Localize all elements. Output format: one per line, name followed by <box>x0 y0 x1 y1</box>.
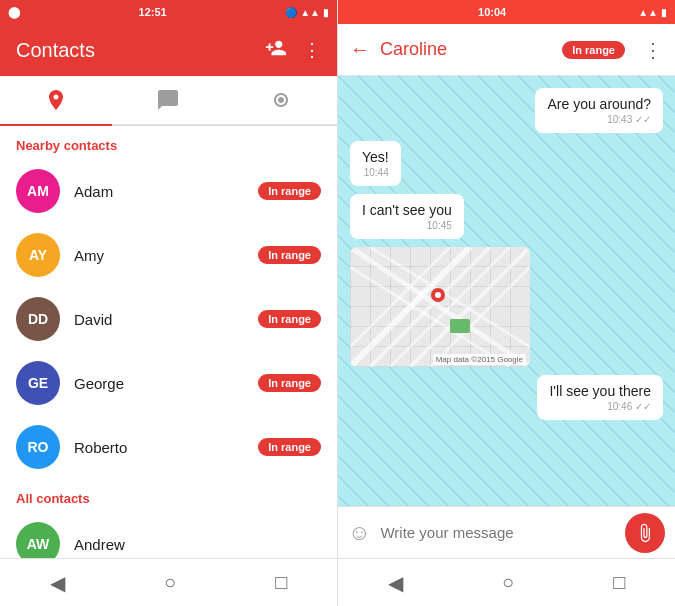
svg-rect-9 <box>450 319 470 333</box>
chat-more-icon[interactable]: ⋮ <box>643 38 663 62</box>
badge-roberto: In range <box>258 438 321 456</box>
contact-george[interactable]: GE George In range <box>0 351 337 415</box>
avatar-david: DD <box>16 297 60 341</box>
signal-icon: ▲▲ <box>300 7 320 18</box>
notification-dot: ⬤ <box>8 6 20 19</box>
message-time-2: 10:44 <box>362 167 389 178</box>
recents-nav-btn[interactable]: □ <box>275 571 287 594</box>
contacts-title: Contacts <box>16 39 95 62</box>
left-bottom-nav: ◀ ○ □ <box>0 558 337 606</box>
status-left: ⬤ <box>8 6 20 19</box>
message-2: Yes! 10:44 <box>350 141 401 186</box>
battery-icon: ▮ <box>323 7 329 18</box>
right-home-nav[interactable]: ○ <box>502 571 514 594</box>
avatar-adam: AM <box>16 169 60 213</box>
contact-name-george: George <box>74 375 244 392</box>
avatar-andrew: AW <box>16 522 60 558</box>
badge-adam: In range <box>258 182 321 200</box>
tabs-bar <box>0 76 337 126</box>
message-time-1: 10:43 ✓✓ <box>547 114 651 125</box>
svg-point-11 <box>435 292 441 298</box>
nearby-section-header: Nearby contacts <box>0 126 337 159</box>
add-contact-icon[interactable] <box>265 37 287 64</box>
right-signal-icon: ▲▲ <box>638 7 658 18</box>
badge-david: In range <box>258 310 321 328</box>
right-recents-nav[interactable]: □ <box>613 571 625 594</box>
right-status-bar: 10:04 ▲▲ ▮ <box>338 0 675 24</box>
contact-name-andrew: Andrew <box>74 536 321 553</box>
back-nav-btn[interactable]: ◀ <box>50 571 65 595</box>
svg-line-7 <box>350 267 510 367</box>
chat-toolbar: ← Caroline In range ⋮ <box>338 24 675 76</box>
toolbar-in-range-badge: In range <box>562 41 625 59</box>
tab-chat[interactable] <box>112 76 224 124</box>
contact-adam[interactable]: AM Adam In range <box>0 159 337 223</box>
right-battery-icon: ▮ <box>661 7 667 18</box>
message-text-5: I'll see you there <box>549 383 651 399</box>
avatar-amy: AY <box>16 233 60 277</box>
right-panel: 10:04 ▲▲ ▮ ← Caroline In range ⋮ Are you… <box>338 0 675 606</box>
tab-nearby[interactable] <box>0 76 112 124</box>
chat-contact-name: Caroline <box>380 39 552 60</box>
contacts-list: Nearby contacts AM Adam In range AY Amy … <box>0 126 337 558</box>
bluetooth-icon: 🔵 <box>285 7 297 18</box>
contact-name-david: David <box>74 311 244 328</box>
message-1: Are you around? 10:43 ✓✓ <box>535 88 663 133</box>
svg-line-6 <box>350 247 530 367</box>
message-time-3: 10:45 <box>362 220 452 231</box>
left-time: 12:51 <box>139 6 167 18</box>
badge-amy: In range <box>258 246 321 264</box>
back-arrow-icon[interactable]: ← <box>350 38 370 61</box>
attach-button[interactable] <box>625 513 665 553</box>
contact-name-roberto: Roberto <box>74 439 244 456</box>
all-section-header: All contacts <box>0 479 337 512</box>
tab-broadcast[interactable] <box>225 76 337 124</box>
message-text-2: Yes! <box>362 149 389 165</box>
map-message[interactable]: Map data ©2015 Google <box>350 247 530 367</box>
more-icon[interactable]: ⋮ <box>303 39 321 61</box>
svg-line-8 <box>370 247 530 347</box>
contact-roberto[interactable]: RO Roberto In range <box>0 415 337 479</box>
left-panel: ⬤ 12:51 🔵 ▲▲ ▮ Contacts ⋮ Nearby c <box>0 0 338 606</box>
toolbar-icons: ⋮ <box>265 37 321 64</box>
emoji-button[interactable]: ☺ <box>348 520 370 546</box>
contact-amy[interactable]: AY Amy In range <box>0 223 337 287</box>
right-bottom-nav: ◀ ○ □ <box>338 558 675 606</box>
message-text-1: Are you around? <box>547 96 651 112</box>
contact-andrew[interactable]: AW Andrew <box>0 512 337 558</box>
badge-george: In range <box>258 374 321 392</box>
message-text-3: I can't see you <box>362 202 452 218</box>
message-3: I can't see you 10:45 <box>350 194 464 239</box>
left-toolbar: Contacts ⋮ <box>0 24 337 76</box>
contact-name-amy: Amy <box>74 247 244 264</box>
home-nav-btn[interactable]: ○ <box>164 571 176 594</box>
right-status-right: ▲▲ ▮ <box>638 7 667 18</box>
avatar-roberto: RO <box>16 425 60 469</box>
message-input-area: ☺ <box>338 506 675 558</box>
contact-name-adam: Adam <box>74 183 244 200</box>
right-back-nav[interactable]: ◀ <box>388 571 403 595</box>
message-time-5: 10:46 ✓✓ <box>549 401 651 412</box>
chat-area: Are you around? 10:43 ✓✓ Yes! 10:44 I ca… <box>338 76 675 506</box>
message-5: I'll see you there 10:46 ✓✓ <box>537 375 663 420</box>
avatar-george: GE <box>16 361 60 405</box>
map-image: Map data ©2015 Google <box>350 247 530 367</box>
contact-david[interactable]: DD David In range <box>0 287 337 351</box>
left-status-bar: ⬤ 12:51 🔵 ▲▲ ▮ <box>0 0 337 24</box>
status-right: 🔵 ▲▲ ▮ <box>285 7 329 18</box>
message-input[interactable] <box>380 524 615 541</box>
right-time: 10:04 <box>478 6 506 18</box>
map-attribution: Map data ©2015 Google <box>433 354 526 365</box>
